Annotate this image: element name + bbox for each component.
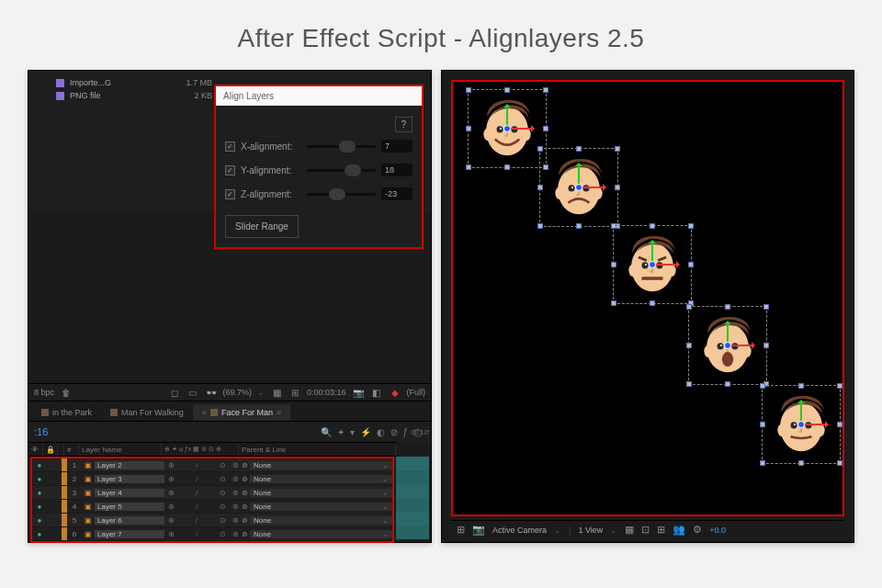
resize-handle[interactable] — [798, 383, 804, 389]
exposure-value[interactable]: +0.0 — [709, 526, 726, 535]
resize-handle[interactable] — [611, 262, 616, 267]
resize-handle[interactable] — [466, 126, 471, 131]
tab-face[interactable]: × Face For Man ≡ — [193, 404, 291, 421]
blur-icon[interactable]: ⊘ — [390, 427, 398, 437]
resize-handle[interactable] — [725, 381, 730, 387]
pickwhip-icon[interactable]: ⊚ — [242, 489, 248, 497]
parent-dropdown[interactable]: None⌄ — [250, 461, 392, 469]
parent-dropdown[interactable]: None⌄ — [250, 475, 392, 483]
layer-name[interactable]: Layer 5 — [95, 503, 164, 511]
resize-handle[interactable] — [837, 460, 842, 466]
solo-icon[interactable]: ⊙ — [216, 489, 229, 497]
trash-icon[interactable]: 🗑 — [60, 386, 73, 399]
bpc-label[interactable]: 8 bpc — [34, 388, 54, 397]
x-axis-gizmo[interactable] — [652, 264, 678, 266]
eye-icon[interactable]: ● — [32, 475, 47, 483]
pickwhip-icon[interactable]: ⊚ — [242, 503, 248, 511]
resize-handle[interactable] — [615, 185, 620, 190]
view-icon[interactable]: ⊞ — [457, 524, 465, 536]
collapse-switch[interactable]: / — [190, 516, 203, 525]
snapshot-icon[interactable]: ◧ — [370, 386, 383, 399]
layer-row[interactable]: ●5▣Layer 6⊕ / ⊙⊛⊚None⌄ — [32, 514, 392, 527]
x-axis-gizmo[interactable] — [579, 187, 605, 188]
resize-handle[interactable] — [576, 146, 582, 152]
resize-handle[interactable] — [763, 343, 769, 348]
layer-row[interactable]: ●1▣Layer 2⊕ / ⊙⊛⊚None⌄ — [32, 458, 392, 472]
collapse-switch[interactable]: / — [190, 489, 203, 497]
3d-switch[interactable]: ⊕ — [164, 461, 177, 469]
layer-name[interactable]: Layer 3 — [95, 475, 164, 483]
resize-handle[interactable] — [537, 185, 543, 190]
z-slider[interactable] — [307, 193, 376, 196]
shy-icon[interactable]: ⚡ — [360, 427, 371, 437]
y-check[interactable]: ✓ — [225, 165, 235, 175]
resize-handle[interactable] — [466, 164, 471, 170]
resize-handle[interactable] — [837, 383, 842, 389]
x-check[interactable]: ✓ — [225, 141, 235, 152]
eye-icon[interactable]: ● — [32, 516, 47, 525]
people-icon[interactable]: 👥 — [673, 524, 685, 536]
resize-handle[interactable] — [650, 223, 655, 229]
layer-row[interactable]: ●4▣Layer 5⊕ / ⊙⊛⊚None⌄ — [32, 500, 392, 514]
eye-icon[interactable]: ● — [32, 503, 47, 511]
layer-bbox[interactable] — [688, 306, 767, 385]
close-icon[interactable]: × — [202, 408, 207, 417]
3d-icon[interactable]: ⊛ — [229, 475, 242, 483]
zoom-level[interactable]: (69.7%) — [223, 388, 253, 397]
layer-name[interactable]: Layer 7 — [95, 530, 164, 538]
collapse-switch[interactable]: / — [190, 503, 203, 511]
search-icon[interactable]: 🔍 — [321, 427, 332, 437]
mask-icon[interactable]: ▭ — [187, 386, 199, 399]
3d-switch[interactable]: ⊕ — [164, 503, 177, 511]
y-slider[interactable] — [307, 169, 376, 172]
resize-handle[interactable] — [650, 300, 655, 306]
glasses-icon[interactable]: 👓 — [205, 386, 218, 399]
anchor-point[interactable] — [649, 261, 656, 268]
3d-switch[interactable]: ⊕ — [164, 475, 177, 483]
resize-handle[interactable] — [504, 87, 510, 93]
layer-name[interactable]: Layer 6 — [95, 516, 164, 525]
grid-icon[interactable]: ▦ — [270, 386, 283, 399]
x-axis-gizmo[interactable] — [507, 128, 533, 130]
collapse-switch[interactable]: / — [190, 461, 203, 469]
resize-handle[interactable] — [543, 87, 548, 93]
gear-icon[interactable]: ⚙ — [693, 524, 702, 536]
anchor-point[interactable] — [797, 421, 805, 428]
resize-handle[interactable] — [760, 422, 765, 427]
anchor-point[interactable] — [575, 184, 582, 191]
layer-name[interactable]: Layer 2 — [95, 461, 164, 469]
pickwhip-icon[interactable]: ⊚ — [242, 530, 248, 538]
solo-icon[interactable]: ⊙ — [216, 503, 229, 511]
current-time[interactable]: :16 — [34, 426, 48, 437]
parent-dropdown[interactable]: None⌄ — [250, 530, 392, 538]
y-value[interactable]: 18 — [381, 164, 413, 176]
help-button[interactable]: ? — [395, 117, 413, 132]
resize-handle[interactable] — [760, 460, 765, 466]
3d-switch[interactable]: ⊕ — [164, 489, 177, 497]
x-axis-gizmo[interactable] — [728, 345, 753, 346]
x-slider[interactable] — [307, 145, 376, 148]
layer-row[interactable]: ●6▣Layer 7⊕ / ⊙⊛⊚None⌄ — [32, 527, 392, 541]
viewer-icon[interactable]: ◻ — [168, 386, 181, 399]
project-file-row[interactable]: Importe...G 1.7 MB — [56, 76, 212, 89]
project-file-row[interactable]: PNG file 2 KB — [56, 89, 212, 102]
resize-handle[interactable] — [760, 383, 765, 389]
resize-handle[interactable] — [615, 146, 620, 152]
tool-icon[interactable]: ▦ — [625, 524, 634, 536]
resize-handle[interactable] — [686, 343, 692, 348]
solo-icon[interactable]: ⊙ — [216, 516, 229, 525]
3d-icon[interactable]: ⊛ — [229, 461, 242, 469]
eye-icon[interactable]: ● — [32, 489, 47, 497]
camera-icon[interactable]: 📷 — [352, 386, 365, 399]
resize-handle[interactable] — [798, 460, 804, 466]
z-value[interactable]: -23 — [381, 187, 413, 200]
resize-handle[interactable] — [725, 304, 730, 310]
cam-icon[interactable]: 📷 — [472, 524, 485, 536]
time-ruler[interactable]: 00:12f — [399, 422, 431, 442]
layer-name[interactable]: Layer 4 — [95, 489, 164, 497]
resize-handle[interactable] — [576, 223, 582, 229]
resize-handle[interactable] — [688, 262, 694, 267]
active-camera[interactable]: Active Camera — [492, 526, 547, 535]
timeline-bars[interactable] — [396, 457, 429, 539]
resize-handle[interactable] — [686, 304, 692, 310]
